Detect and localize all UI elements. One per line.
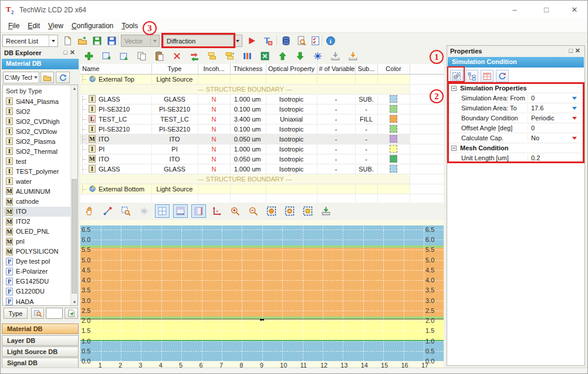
open-folder-icon[interactable] — [76, 34, 89, 48]
ticks-x-icon[interactable] — [173, 204, 188, 218]
view-square-icon[interactable] — [300, 204, 315, 218]
grid-t-icon[interactable] — [155, 204, 170, 218]
material-item-eg1425du[interactable]: PEG1425DU — [4, 277, 70, 287]
menu-configuration[interactable]: Configuration — [67, 20, 117, 32]
move-up-icon[interactable] — [275, 49, 290, 63]
panel-restore-icon[interactable]: □ — [63, 49, 70, 56]
material-item-water[interactable]: Iwater — [4, 176, 70, 186]
delete-icon[interactable] — [170, 49, 184, 63]
filter-input[interactable] — [46, 308, 63, 319]
run-settings-icon[interactable]: T — [261, 34, 275, 48]
light-source-row[interactable]: External BottomLight Source — [80, 184, 444, 194]
export-icon[interactable] — [319, 204, 333, 218]
zoom-in-icon[interactable] — [228, 204, 242, 218]
material-item-hada[interactable]: PHADA — [4, 296, 70, 306]
view-circle-icon[interactable] — [264, 204, 279, 218]
accordion-material-db[interactable]: Material DB — [2, 324, 79, 334]
column-header[interactable]: Type — [151, 64, 198, 74]
move-down-icon[interactable] — [293, 49, 307, 63]
material-item-si4n4_plasma[interactable]: ISi4N4_Plasma — [4, 96, 70, 106]
panel-close-icon[interactable]: ✕ — [70, 49, 77, 56]
menu-tools[interactable]: Tools — [117, 20, 142, 32]
search-db-icon[interactable] — [31, 308, 44, 319]
run-icon[interactable] — [245, 34, 258, 48]
layer-row-pi[interactable]: IPIPIN1.000 umIsotropic-- — [80, 144, 444, 154]
column-header[interactable]: Color — [377, 64, 410, 74]
ticks-y-icon[interactable] — [191, 204, 206, 218]
material-item-ito2[interactable]: MITO2 — [4, 217, 70, 227]
grid-red-icon[interactable] — [481, 70, 494, 82]
list-scrollbar[interactable]: ▲▼ — [70, 85, 77, 305]
import-orange-icon[interactable] — [346, 49, 360, 63]
panel-close-icon[interactable]: ✕ — [575, 47, 583, 54]
layer-row-test_lc[interactable]: LTEST_LCTEST_LCN3.400 umUniaxial-FILL — [80, 114, 444, 124]
database-icon[interactable] — [279, 34, 293, 48]
type-button[interactable]: Type — [4, 308, 28, 319]
close-button[interactable]: ✕ — [565, 3, 584, 17]
layer-color-swatch[interactable] — [390, 135, 397, 143]
layer-row-glass[interactable]: IGLASSGLASSN1.000 umIsotropic-SUB. — [80, 94, 444, 104]
material-item-oled_pnl[interactable]: MOLED_PNL — [4, 227, 70, 237]
chevron-down-icon[interactable] — [32, 72, 39, 83]
maximize-button[interactable]: □ — [536, 3, 556, 17]
save-icon[interactable] — [90, 34, 104, 48]
zoom-area-icon[interactable] — [119, 204, 133, 218]
material-item-pnl[interactable]: Mpnl — [4, 237, 70, 247]
new-file-icon[interactable] — [61, 34, 75, 48]
db-path-combo[interactable]: C:\My Tech\ — [3, 72, 39, 83]
folder-small-icon[interactable] — [40, 72, 54, 83]
column-header[interactable]: Sub... — [355, 64, 377, 74]
import-gray-icon[interactable] — [328, 49, 343, 63]
view-doc-icon[interactable] — [295, 34, 308, 48]
refresh-circ-icon[interactable] — [496, 70, 509, 82]
view-gear-icon[interactable] — [282, 204, 297, 218]
accordion-light-source-db[interactable]: Light Source DB — [2, 346, 79, 357]
zoom-out-icon[interactable] — [246, 204, 261, 218]
chevron-down-icon[interactable] — [49, 35, 58, 46]
structure-chart[interactable]: 0.00.00.50.51.01.01.51.52.02.02.52.53.03… — [80, 220, 444, 368]
material-item-cathode[interactable]: Mcathode — [4, 197, 70, 207]
layer-row-ito[interactable]: MITOITON0.050 umIsotropic-- — [80, 154, 444, 164]
column-header[interactable]: # of Variable — [317, 64, 355, 74]
hand-icon[interactable] — [82, 204, 97, 218]
menu-file[interactable]: File — [4, 20, 23, 32]
column-header[interactable]: Name — [80, 64, 151, 74]
save-all-icon[interactable] — [105, 34, 119, 48]
layer-row-pi-se3210[interactable]: IPI-SE3210PI-SE3210N0.100 umIsotropic-- — [80, 124, 444, 134]
tree-view-icon[interactable] — [465, 70, 478, 82]
material-item-dye test pol[interactable]: PDye test pol — [4, 257, 70, 267]
material-item-g1220du[interactable]: PG1220DU — [4, 287, 70, 296]
material-item-e-polarizer[interactable]: PE-Polarizer — [4, 267, 70, 277]
layers-y2-icon[interactable] — [222, 49, 237, 63]
material-item-polysilicon[interactable]: MPOLYSILICON — [4, 247, 70, 257]
layer-color-swatch[interactable] — [390, 145, 397, 153]
light-source-row[interactable]: External TopLight Source — [80, 74, 444, 84]
measure-icon[interactable] — [100, 204, 115, 218]
material-item-sio2[interactable]: ISiO2 — [4, 106, 70, 116]
snow-icon[interactable] — [137, 204, 151, 218]
columns-b-icon[interactable] — [240, 49, 255, 63]
accordion-signal-db[interactable]: Signal DB — [2, 358, 79, 368]
layer-row-ito[interactable]: MITOITON0.050 umIsotropic-- — [80, 134, 444, 144]
material-item-test_polymer[interactable]: ITEST_polymer — [4, 166, 70, 176]
material-item-sio2_cvdlow[interactable]: ISiO2_CVDlow — [4, 126, 70, 136]
layer-color-swatch[interactable] — [390, 95, 397, 103]
refresh-icon[interactable] — [56, 72, 70, 83]
material-item-test[interactable]: Itest — [4, 156, 70, 166]
panel-restore-icon[interactable]: □ — [569, 47, 575, 54]
axes-icon[interactable]: x — [209, 204, 224, 218]
excel-icon[interactable] — [258, 49, 272, 63]
menu-view[interactable]: View — [44, 20, 67, 32]
sort-by-type[interactable]: Sort by Type — [4, 86, 70, 96]
material-item-aluminum[interactable]: MALUMINUM — [4, 186, 70, 196]
accordion-layer-db[interactable]: Layer DB — [2, 335, 79, 346]
info-icon[interactable]: i — [324, 34, 337, 48]
scrollbar-thumb[interactable] — [72, 179, 77, 294]
layer-row-glass[interactable]: IGLASSGLASSN1.000 umIsotropic-SUB. — [80, 164, 444, 174]
center-fit-icon[interactable] — [310, 49, 325, 63]
insert-top-icon[interactable] — [99, 49, 114, 63]
material-item-sio2_thermal[interactable]: ISiO2_Thermal — [4, 146, 70, 156]
checklist-icon[interactable] — [309, 34, 322, 48]
layer-color-swatch[interactable] — [390, 155, 397, 163]
paste-icon[interactable] — [152, 49, 167, 63]
